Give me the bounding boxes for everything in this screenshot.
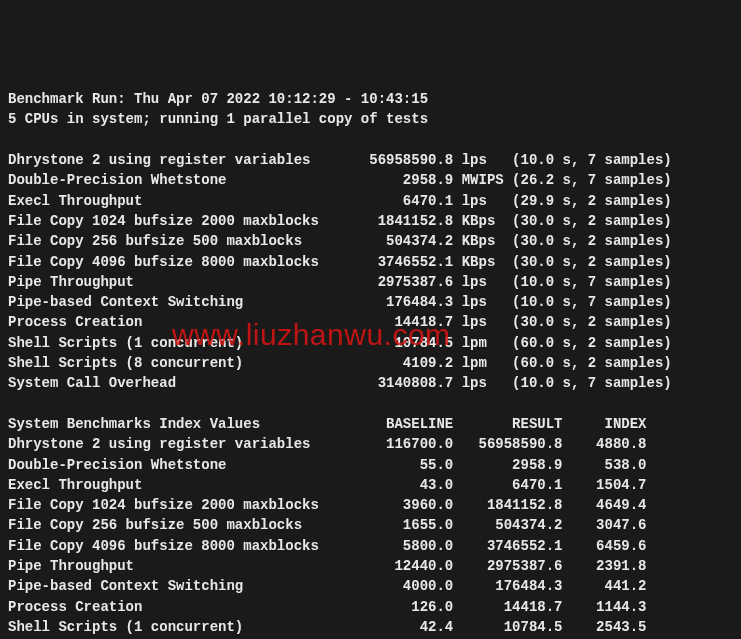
terminal-output: Benchmark Run: Thu Apr 07 2022 10:12:29 …: [8, 89, 733, 639]
